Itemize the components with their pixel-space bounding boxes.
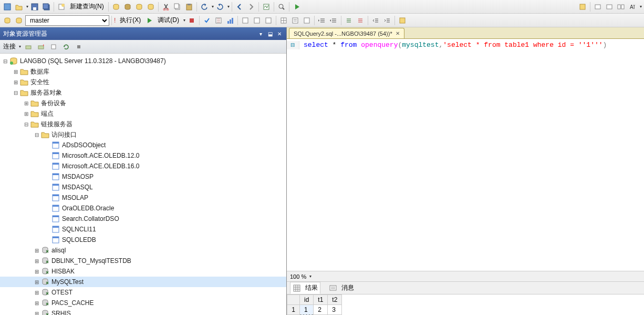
tree-linked-server-item[interactable]: ⊞OTEST (0, 287, 286, 298)
toolbar2-btn-debug-play[interactable] (144, 15, 154, 26)
toolbar-btn-cut[interactable] (161, 2, 171, 12)
toolbar2-btn-db[interactable] (2, 15, 13, 26)
expand-toggle-icon[interactable]: ⊞ (23, 110, 29, 117)
tree-backup[interactable]: ⊞ 备份设备 (0, 98, 286, 108)
toolbar-btn-save[interactable] (29, 2, 40, 12)
expand-toggle-icon[interactable]: ⊞ (13, 79, 19, 85)
toolbar2-btn-grid[interactable] (278, 15, 289, 26)
tree-security[interactable]: ⊞ 安全性 (0, 77, 286, 87)
tree-provider-item[interactable]: Microsoft.ACE.OLEDB.12.0 (0, 150, 286, 161)
expand-toggle-icon[interactable]: ⊟ (23, 121, 29, 127)
toolbar2-btn-indent-out[interactable] (317, 15, 327, 26)
toolbar2-btn-db2[interactable] (14, 15, 24, 26)
panel-close-icon[interactable]: ✕ (276, 30, 283, 37)
toolbar-btn-home[interactable] (2, 2, 13, 12)
tree-linked-servers[interactable]: ⊟ 链接服务器 (0, 119, 286, 129)
column-header[interactable]: t2 (328, 295, 342, 305)
results-tab[interactable]: 结果 (290, 282, 320, 294)
grid-cell[interactable]: 1 (300, 305, 314, 315)
toolbar-btn-r4[interactable] (616, 2, 626, 12)
connect-btn-stop[interactable] (74, 42, 84, 52)
new-query-label[interactable]: 新建查询(N) (68, 2, 106, 11)
toolbar-btn-activity[interactable] (261, 2, 272, 12)
toolbar2-btn-plan[interactable] (213, 15, 224, 26)
toolbar2-btn-stop[interactable] (186, 15, 197, 26)
expand-toggle-icon[interactable]: ⊞ (13, 68, 19, 75)
toolbar-btn-copy[interactable] (172, 2, 183, 12)
toolbar2-btn-check[interactable] (202, 15, 212, 26)
tree-provider-item[interactable]: MSOLAP (0, 192, 286, 203)
tree-linked-server-item[interactable]: ⊞alisql (0, 245, 286, 256)
tree-provider-item[interactable]: SQLNCLI11 (0, 224, 286, 235)
grid-cell[interactable]: 3 (328, 305, 342, 315)
results-grid[interactable]: idt1t2 1123 (287, 294, 644, 315)
object-tree[interactable]: ⊟ LANGBO (SQL Server 11.0.3128 - LANGBO\… (0, 54, 286, 315)
toolbar2-btn-stats[interactable] (225, 15, 235, 26)
toolbar-btn-d2[interactable] (122, 2, 133, 12)
connect-dropdown-icon[interactable]: ▾ (19, 44, 21, 49)
toolbar-btn-redo[interactable] (215, 2, 225, 12)
sql-code[interactable]: select * from openquery(mysqltest,'selec… (299, 41, 607, 49)
tree-provider-item[interactable]: SQLOLEDB (0, 235, 286, 245)
toolbar-btn-r3[interactable] (604, 2, 615, 12)
tree-providers-folder[interactable]: ⊟ 访问接口 (0, 129, 286, 140)
tree-linked-server-item[interactable]: ⊞HISBAK (0, 266, 286, 277)
table-row[interactable]: 1123 (287, 305, 342, 315)
database-select[interactable]: master (25, 15, 109, 26)
dropdown-arrow-icon[interactable]: ▾ (26, 4, 28, 9)
toolbar-btn-paste[interactable] (184, 2, 194, 12)
toolbar-btn-r1[interactable] (577, 2, 588, 12)
tree-linked-server-item[interactable]: ⊞MySQLTest (0, 277, 286, 287)
toolbar2-btn-opt3[interactable] (263, 15, 274, 26)
tab-close-icon[interactable]: ✕ (396, 31, 400, 36)
expand-toggle-icon[interactable]: ⊞ (34, 289, 40, 296)
column-header[interactable]: id (300, 295, 314, 305)
toolbar2-btn-comment[interactable] (344, 15, 354, 26)
corner-cell[interactable] (287, 295, 300, 305)
execute-label[interactable]: 执行(X) (118, 16, 143, 25)
debug-dropdown-icon[interactable]: ▾ (183, 18, 185, 23)
expand-toggle-icon[interactable]: ⊟ (2, 58, 8, 64)
connect-btn-1[interactable] (23, 42, 34, 52)
toolbar-btn-find[interactable] (276, 2, 287, 12)
toolbar-btn-r5[interactable]: Aĭ (627, 2, 638, 12)
toolbar2-btn-uncomment[interactable] (355, 15, 366, 26)
row-number[interactable]: 1 (287, 305, 300, 315)
tree-linked-server-item[interactable]: ⊞DBLINK_TO_MysqlTESTDB (0, 256, 286, 266)
connect-label[interactable]: 连接 (3, 42, 16, 51)
zoom-value[interactable]: 100 % (290, 273, 306, 280)
toolbar-btn-undo[interactable] (199, 2, 210, 12)
expand-toggle-icon[interactable]: ⊞ (34, 247, 40, 253)
gutter-expand-icon[interactable]: ⊟ (287, 41, 299, 49)
expand-toggle-icon[interactable]: ⊟ (34, 131, 40, 138)
expand-toggle-icon[interactable]: ⊟ (13, 89, 19, 96)
toolbar2-btn-specify[interactable] (397, 15, 408, 26)
tree-provider-item[interactable]: MSDAOSP (0, 171, 286, 182)
tree-databases[interactable]: ⊞ 数据库 (0, 66, 286, 77)
toolbar-btn-r2[interactable] (593, 2, 603, 12)
toolbar-btn-play[interactable] (292, 2, 302, 12)
panel-pin-icon[interactable]: ⬓ (266, 30, 274, 37)
tree-provider-item[interactable]: MSDASQL (0, 182, 286, 192)
editor-tab[interactable]: SQLQuery2.sql -...NGBO\39487 (54))* ✕ (289, 28, 404, 38)
toolbar-btn-open[interactable] (14, 2, 24, 12)
expand-toggle-icon[interactable]: ⊞ (34, 310, 40, 315)
tree-provider-item[interactable]: Search.CollatorDSO (0, 214, 286, 224)
toolbar-btn-nav-back[interactable] (234, 2, 245, 12)
tree-server-objects[interactable]: ⊟ 服务器对象 (0, 87, 286, 98)
tree-linked-server-item[interactable]: ⊞SRHIS (0, 308, 286, 315)
toolbar2-btn-indent-in[interactable] (328, 15, 339, 26)
toolbar2-btn-opt2[interactable] (252, 15, 262, 26)
debug-label[interactable]: 调试(D) (155, 16, 181, 25)
toolbar-btn-d3[interactable] (134, 2, 144, 12)
sql-editor[interactable]: ⊟ select * from openquery(mysqltest,'sel… (287, 39, 644, 271)
undo-dropdown-icon[interactable]: ▾ (212, 4, 214, 9)
expand-toggle-icon[interactable]: ⊞ (23, 100, 29, 106)
messages-tab[interactable]: 消息 (327, 282, 356, 293)
expand-toggle-icon[interactable]: ⊞ (34, 279, 40, 285)
tree-provider-item[interactable]: Microsoft.ACE.OLEDB.16.0 (0, 161, 286, 171)
connect-btn-2[interactable] (36, 42, 46, 52)
toolbar-btn-d4[interactable] (146, 2, 156, 12)
toolbar2-btn-outdent2[interactable] (370, 15, 381, 26)
toolbar2-btn-opt1[interactable] (240, 15, 251, 26)
